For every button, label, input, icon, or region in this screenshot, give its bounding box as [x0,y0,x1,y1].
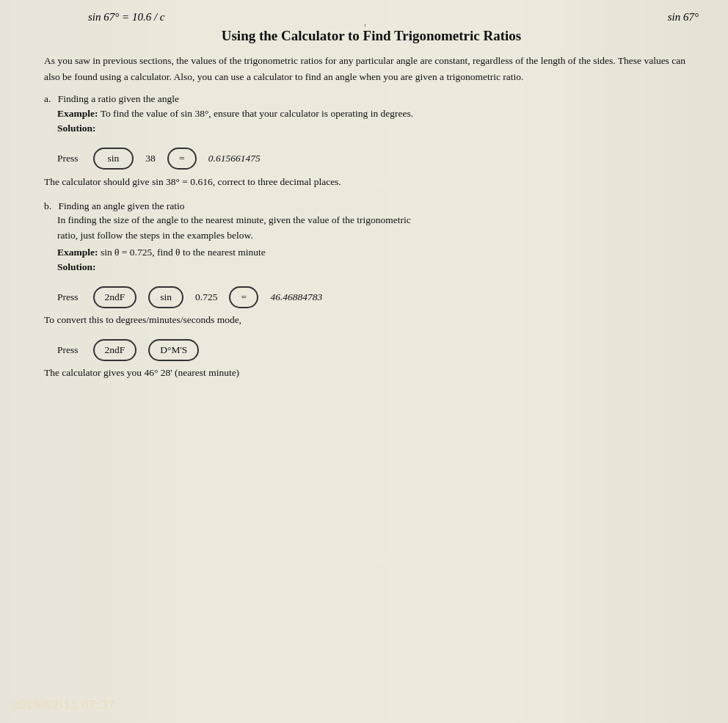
part-b-heading: Finding an angle given the ratio [59,200,185,211]
example-label-a: Example: [57,108,98,119]
b-intro-line2: ratio, just follow the steps in the exam… [57,230,253,241]
sin-button-b[interactable]: sin [148,286,183,308]
final-result-line: The calculator gives you 46° 28' (neares… [44,367,699,379]
result-b: 46.46884783 [270,291,322,303]
press-label-b: Press [57,291,79,303]
dms-button[interactable]: D°M'S [148,339,199,361]
2ndf-button-b2[interactable]: 2ndF [93,339,137,361]
top-formula-bar: sin 67° = 10.6 / c ' sin 67° [0,0,728,28]
sin-button-a[interactable]: sin [93,148,134,170]
solution-label-a: Solution: [57,123,96,134]
part-a: a. Finding a ratio given the angle Examp… [44,93,699,190]
part-a-letter: a. [44,93,51,104]
number-38: 38 [145,153,156,164]
b-intro-line1: In finding the size of the angle to the … [57,214,411,225]
intro-paragraph: As you saw in previous sections, the val… [44,53,699,84]
example-text-b: sin θ = 0.725, find θ to the nearest min… [101,247,266,258]
calc-row-a: Press sin 38 = 0.615661475 [57,148,699,170]
page: sin 67° = 10.6 / c ' sin 67° Using the C… [0,0,728,723]
calc-row-b: Press 2ndF sin 0.725 = 46.46884783 [57,286,699,308]
formula-right: sin 67° [668,11,699,23]
part-a-solution-label: Solution: [57,123,699,134]
press-label-b2: Press [57,344,79,356]
convert-line: To convert this to degrees/minutes/secon… [44,314,699,326]
part-b-label: b. Finding an angle given the ratio [44,200,699,212]
equals-button-b[interactable]: = [229,286,258,308]
example-text-a: To find the value of sin 38°, ensure tha… [101,108,414,119]
part-a-description: The calculator should give sin 38° = 0.6… [44,174,699,190]
result-a: 0.615661475 [208,153,261,164]
solution-label-b: Solution: [57,261,96,272]
part-b-letter: b. [44,200,51,211]
press-label-a: Press [57,153,79,164]
part-b-solution-label: Solution: [57,261,699,273]
formula-left: sin 67° = 10.6 / c [88,11,164,23]
part-a-example: Example: To find the value of sin 38°, e… [57,108,699,120]
2ndf-button-b[interactable]: 2ndF [93,286,137,308]
part-a-label: a. Finding a ratio given the angle [44,93,699,105]
part-b-example: Example: sin θ = 0.725, find θ to the ne… [57,247,699,258]
part-a-heading: Finding a ratio given the angle [58,93,179,104]
number-0725: 0.725 [195,291,217,303]
calc-row-b2: Press 2ndF D°M'S [57,339,699,361]
part-b: b. Finding an angle given the ratio In f… [44,200,699,379]
part-b-intro1: In finding the size of the angle to the … [57,212,699,244]
timestamp: 2025/02/11 07:37 [12,698,115,713]
section-title: Using the Calculator to Find Trigonometr… [44,28,699,44]
main-content: Using the Calculator to Find Trigonometr… [44,28,699,679]
example-label-b: Example: [57,247,98,258]
equals-button-a[interactable]: = [167,148,197,170]
